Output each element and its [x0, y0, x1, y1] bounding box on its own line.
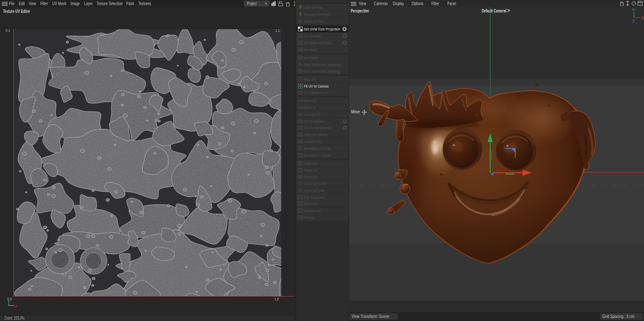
svg-text:U: U — [14, 304, 17, 308]
